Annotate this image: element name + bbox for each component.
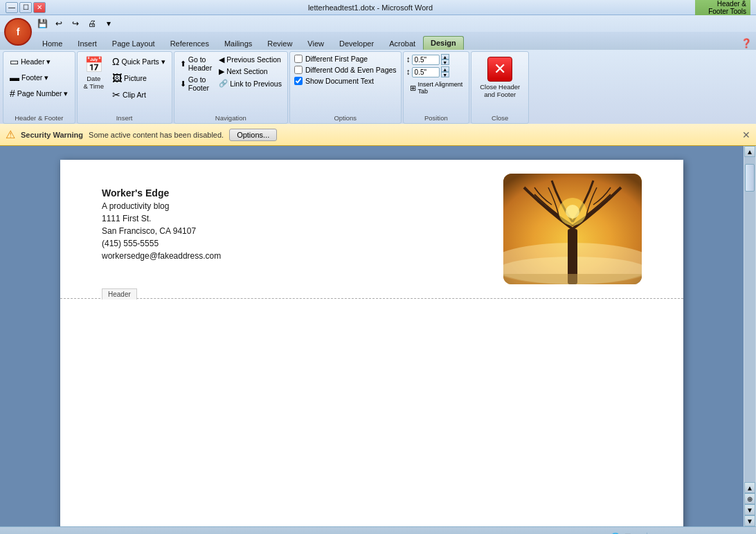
- close-header-footer-label: Close Headerand Footer: [480, 83, 520, 98]
- tab-design[interactable]: Design: [423, 36, 464, 50]
- clip-art-button[interactable]: ✂ Clip Art: [109, 87, 169, 102]
- different-odd-even-label: Different Odd & Even Pages: [305, 66, 397, 74]
- group-options-content: Different First Page Different Odd & Eve…: [293, 54, 398, 123]
- header-position-down[interactable]: ▼: [441, 59, 449, 65]
- date-time-button[interactable]: 📅 Date& Time: [80, 54, 108, 92]
- address-line1: 1111 First St.: [102, 214, 221, 223]
- different-first-page-checkbox[interactable]: [294, 55, 303, 63]
- window-title: letterheadtest1.dotx - Microsoft Word: [46, 3, 695, 12]
- header-position-icon: ↕: [406, 55, 411, 64]
- group-insert-content: 📅 Date& Time Ω Quick Parts ▾ 🖼 Picture ✂…: [80, 54, 169, 123]
- group-insert: 📅 Date& Time Ω Quick Parts ▾ 🖼 Picture ✂…: [77, 51, 172, 124]
- security-warning-bar: ⚠ Security Warning Some active content h…: [0, 124, 756, 146]
- date-time-label: Date& Time: [84, 75, 105, 90]
- security-bar-close[interactable]: ✕: [742, 129, 750, 140]
- insert-alignment-button[interactable]: ⊞ Insert AlignmentTab: [406, 79, 467, 97]
- tab-acrobat[interactable]: Acrobat: [381, 37, 423, 50]
- tab-review[interactable]: Review: [260, 37, 300, 50]
- different-first-page-label: Different First Page: [305, 55, 368, 63]
- go-to-footer-label: Go toFooter: [188, 75, 209, 92]
- picture-label: Picture: [124, 74, 147, 82]
- minimize-btn[interactable]: —: [6, 2, 18, 13]
- footer-position-icon: ↕: [406, 67, 411, 77]
- show-document-text-label: Show Document Text: [305, 77, 374, 85]
- link-prev-label: Link to Previous: [230, 80, 282, 88]
- document-header-text: Worker's Edge A productivity blog 1111 F…: [102, 174, 221, 261]
- picture-button[interactable]: 🖼 Picture: [109, 71, 169, 86]
- footer-position-up[interactable]: ▲: [441, 66, 449, 72]
- header-position-input[interactable]: [412, 55, 440, 65]
- save-btn[interactable]: 💾: [35, 17, 50, 30]
- different-odd-even-checkbox[interactable]: [294, 66, 303, 74]
- quick-access-toolbar: 💾 ↩ ↪ 🖨 ▾: [0, 15, 756, 32]
- tab-mailings[interactable]: Mailings: [217, 37, 260, 50]
- footer-position-down[interactable]: ▼: [441, 72, 449, 77]
- security-warning-icon: ⚠: [6, 128, 15, 141]
- window-close-btn[interactable]: ✕: [33, 2, 46, 13]
- alignment-icon: ⊞: [410, 84, 416, 92]
- group-options-label: Options: [290, 114, 401, 122]
- phone: (415) 555-5555: [102, 239, 221, 248]
- tab-insert[interactable]: Insert: [70, 37, 105, 50]
- quick-parts-button[interactable]: Ω Quick Parts ▾: [109, 54, 169, 69]
- go-to-header-icon: ⬆: [180, 59, 186, 68]
- redo-btn[interactable]: ↪: [68, 17, 83, 30]
- show-document-text-checkbox[interactable]: [294, 77, 303, 85]
- vertical-scrollbar[interactable]: ▲ ▲ ⊕ ▼ ▼: [744, 146, 756, 526]
- close-header-footer-button[interactable]: ✕ Close Headerand Footer: [474, 54, 525, 109]
- page-number-label: Page Number ▾: [17, 89, 69, 98]
- undo-btn[interactable]: ↩: [51, 17, 66, 30]
- address-line2: San Francisco, CA 94107: [102, 226, 221, 236]
- tab-references[interactable]: References: [163, 37, 217, 50]
- previous-section-button[interactable]: ◀ Previous Section: [216, 54, 285, 65]
- different-odd-even-option[interactable]: Different Odd & Even Pages: [293, 65, 398, 75]
- tab-page-layout[interactable]: Page Layout: [105, 37, 163, 50]
- scroll-track[interactable]: [744, 157, 755, 482]
- header-border: [60, 298, 683, 299]
- footer-icon: ▬: [10, 72, 19, 83]
- security-options-button[interactable]: Options...: [229, 129, 277, 141]
- link-to-previous-button[interactable]: 🔗 Link to Previous: [216, 77, 285, 89]
- different-first-page-option[interactable]: Different First Page: [293, 54, 398, 64]
- print-btn[interactable]: 🖨: [84, 17, 100, 30]
- group-navigation: ⬆ Go toHeader ⬇ Go toFooter ◀ Previous S…: [174, 51, 288, 124]
- tab-developer[interactable]: Developer: [332, 37, 381, 50]
- tab-home[interactable]: Home: [35, 37, 70, 50]
- footer-position-input[interactable]: [412, 67, 440, 77]
- page-number-icon: #: [10, 88, 15, 99]
- header-position-up[interactable]: ▲: [441, 54, 449, 59]
- date-time-icon: 📅: [84, 56, 103, 74]
- prev-section-label: Previous Section: [226, 55, 281, 64]
- maximize-btn[interactable]: ☐: [19, 2, 32, 13]
- go-to-footer-button[interactable]: ⬇ Go toFooter: [177, 74, 215, 93]
- ribbon-tab-row: Home Insert Page Layout References Maili…: [0, 32, 756, 50]
- help-button[interactable]: ❓: [739, 37, 753, 50]
- next-section-button[interactable]: ▶ Next Section: [216, 66, 285, 77]
- scroll-thumb[interactable]: [745, 164, 755, 192]
- go-to-header-button[interactable]: ⬆ Go toHeader: [177, 54, 215, 73]
- go-to-footer-icon: ⬇: [180, 80, 186, 88]
- go-to-header-label: Go toHeader: [188, 55, 212, 72]
- email: workersedge@fakeaddress.com: [102, 251, 221, 261]
- page-number-button[interactable]: # Page Number ▾: [6, 86, 72, 101]
- select-browse-btn[interactable]: ⊕: [744, 493, 755, 504]
- office-button[interactable]: f: [4, 18, 32, 46]
- show-document-text-option[interactable]: Show Document Text: [293, 76, 398, 86]
- scroll-down-btn[interactable]: ▼: [744, 515, 755, 526]
- tagline: A productivity blog: [102, 201, 221, 211]
- title-bar: — ☐ ✕ letterheadtest1.dotx - Microsoft W…: [0, 0, 756, 15]
- security-warning-title: Security Warning: [21, 131, 83, 139]
- clip-art-label: Clip Art: [123, 91, 146, 99]
- header-label: Header ▾: [21, 57, 51, 66]
- header-button[interactable]: ▭ Header ▾: [6, 54, 72, 69]
- qa-dropdown[interactable]: ▾: [101, 17, 116, 30]
- link-prev-icon: 🔗: [219, 79, 228, 88]
- prev-page-btn[interactable]: ▲: [744, 482, 755, 493]
- tab-view[interactable]: View: [300, 37, 332, 50]
- group-navigation-label: Navigation: [174, 114, 287, 122]
- document-page: Worker's Edge A productivity blog 1111 F…: [60, 160, 683, 526]
- footer-button[interactable]: ▬ Footer ▾: [6, 70, 72, 85]
- next-page-btn[interactable]: ▼: [744, 504, 755, 515]
- scroll-up-btn[interactable]: ▲: [744, 146, 755, 157]
- prev-section-icon: ◀: [219, 55, 224, 64]
